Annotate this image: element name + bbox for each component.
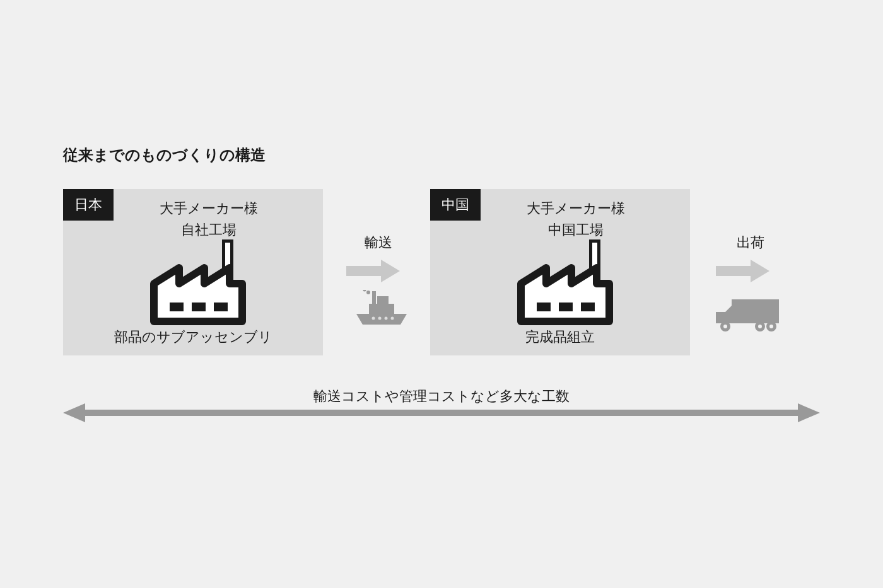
svg-rect-19 [732, 299, 779, 323]
japan-line1: 大手メーカー様 [63, 199, 323, 218]
diagram-title: 従来までのものづくりの構造 [63, 145, 266, 165]
svg-point-23 [758, 325, 762, 328]
svg-point-25 [769, 325, 773, 328]
svg-point-11 [378, 317, 382, 320]
svg-point-12 [385, 317, 388, 320]
arrow-right-icon [343, 258, 406, 286]
japan-line2: 自社工場 [63, 221, 323, 239]
svg-point-13 [391, 317, 394, 320]
transport-label-1: 輸送 [347, 233, 410, 252]
arrow-right-icon [713, 258, 776, 286]
ship-icon [353, 290, 410, 330]
svg-point-8 [366, 291, 370, 294]
china-line2: 中国工場 [430, 221, 690, 239]
japan-panel: 日本 大手メーカー様 自社工場 部品のサブアッセンブリ [63, 189, 323, 355]
factory-icon [515, 239, 628, 328]
svg-rect-7 [372, 291, 376, 304]
svg-rect-4 [214, 303, 228, 311]
factory-icon [148, 239, 261, 328]
svg-rect-17 [559, 303, 573, 311]
svg-rect-1 [225, 243, 230, 268]
svg-rect-3 [192, 303, 206, 311]
china-line3: 完成品組立 [430, 328, 690, 347]
svg-point-10 [372, 317, 375, 320]
svg-rect-2 [170, 303, 184, 311]
china-panel: 中国 大手メーカー様 中国工場 完成品組立 [430, 189, 690, 355]
transport-label-2: 出荷 [719, 233, 782, 252]
svg-rect-15 [592, 243, 597, 268]
truck-icon [713, 296, 782, 337]
svg-rect-6 [377, 296, 389, 304]
svg-rect-18 [581, 303, 595, 311]
double-arrow-icon [63, 403, 820, 425]
svg-rect-5 [369, 304, 394, 314]
svg-point-9 [363, 290, 366, 292]
svg-rect-16 [537, 303, 551, 311]
japan-line3: 部品のサブアッセンブリ [63, 328, 323, 347]
china-line1: 大手メーカー様 [430, 199, 690, 218]
svg-point-21 [723, 325, 727, 328]
